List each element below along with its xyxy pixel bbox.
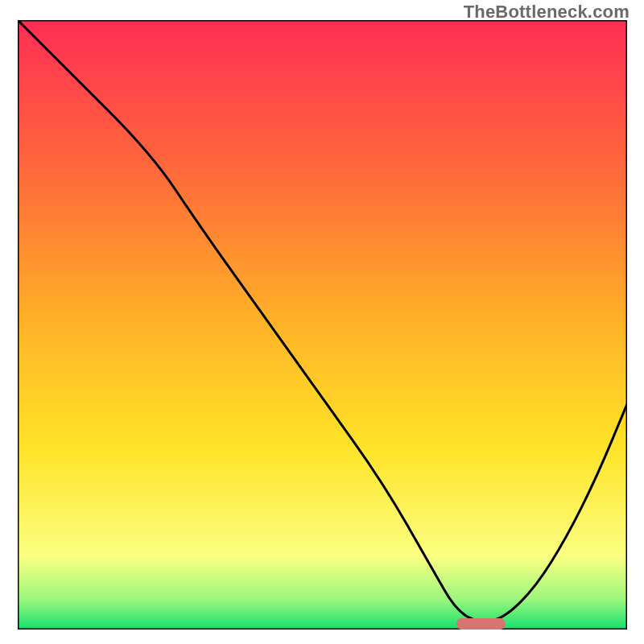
chart-area: [18, 20, 627, 630]
bottleneck-curve-chart: [18, 20, 627, 630]
watermark-text: TheBottleneck.com: [464, 2, 630, 23]
optimum-marker: [456, 618, 506, 630]
